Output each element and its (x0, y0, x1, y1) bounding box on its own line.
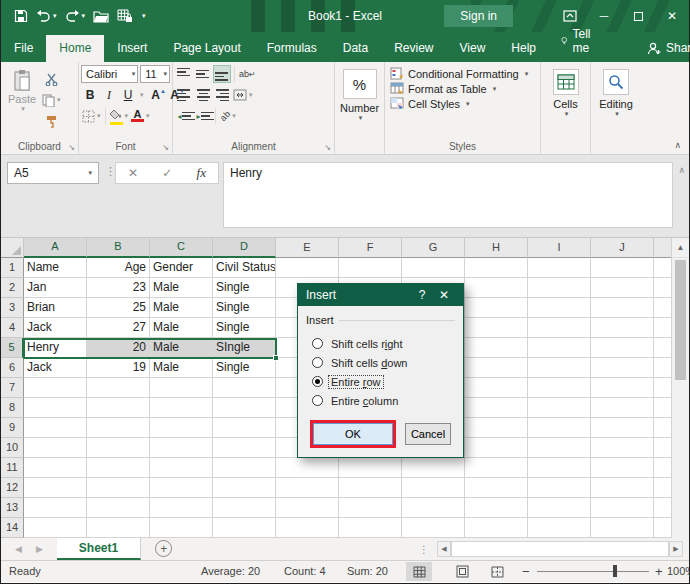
zoom-slider-track[interactable] (537, 571, 649, 572)
radio-shift-cells-down[interactable]: Shift cells down (312, 353, 455, 372)
cell-J6[interactable] (591, 358, 654, 378)
column-header-E[interactable]: E (276, 238, 339, 258)
cell-A13[interactable] (24, 498, 87, 518)
column-header-G[interactable]: G (402, 238, 465, 258)
cell-F12[interactable] (339, 478, 402, 498)
cell-H9[interactable] (465, 418, 528, 438)
cell-C4[interactable]: Male (150, 318, 213, 338)
cell-C13[interactable] (150, 498, 213, 518)
cell-G11[interactable] (402, 458, 465, 478)
cell-A6[interactable]: Jack (24, 358, 87, 378)
cell-A9[interactable] (24, 418, 87, 438)
tab-home[interactable]: Home (46, 35, 104, 62)
cell-D5[interactable]: SIngle (213, 338, 276, 358)
align-left-button[interactable] (175, 86, 193, 104)
cell-B2[interactable]: 23 (87, 278, 150, 298)
cell-B13[interactable] (87, 498, 150, 518)
redo-button[interactable]: ▾ (62, 4, 89, 28)
cell-J1[interactable] (591, 258, 654, 278)
radio-shift-cells-right[interactable]: Shift cells right (312, 334, 455, 353)
tab-share[interactable]: Share (635, 35, 690, 62)
cell-J10[interactable] (591, 438, 654, 458)
cell-J11[interactable] (591, 458, 654, 478)
radio-entire-row[interactable]: Entire row (312, 372, 455, 391)
cancel-entry-icon[interactable]: ✕ (128, 166, 138, 180)
zoom-in-icon[interactable]: + (655, 564, 663, 579)
row-header-13[interactable]: 13 (1, 498, 24, 518)
italic-button[interactable]: I (100, 86, 118, 104)
name-box[interactable]: A5▾ (7, 162, 99, 184)
cells-caret-icon[interactable]: ▾ (565, 110, 569, 118)
cell-B4[interactable]: 27 (87, 318, 150, 338)
cell-C11[interactable] (150, 458, 213, 478)
tab-file[interactable]: File (1, 35, 46, 62)
row-header-14[interactable]: 14 (1, 518, 24, 538)
copy-button[interactable]: ▾ (41, 91, 62, 109)
cell-C10[interactable] (150, 438, 213, 458)
cell-C14[interactable] (150, 518, 213, 538)
cell-C2[interactable]: Male (150, 278, 213, 298)
cell-A3[interactable]: Brian (24, 298, 87, 318)
wrap-text-button[interactable]: ab↵ (238, 65, 257, 83)
column-header-D[interactable]: D (213, 238, 276, 258)
cell-A8[interactable] (24, 398, 87, 418)
cell-D7[interactable] (213, 378, 276, 398)
cell-I9[interactable] (528, 418, 591, 438)
cell-G12[interactable] (402, 478, 465, 498)
cell-D8[interactable] (213, 398, 276, 418)
horizontal-scrollbar[interactable]: ◀ ▶ (437, 541, 683, 557)
conditional-formatting-caret-icon[interactable]: ▾ (525, 70, 529, 78)
cell-J14[interactable] (591, 518, 654, 538)
cell-J5[interactable] (591, 338, 654, 358)
cell-I2[interactable] (528, 278, 591, 298)
scroll-left-icon[interactable]: ◀ (437, 541, 451, 557)
cell-E1[interactable] (276, 258, 339, 278)
cell-C8[interactable] (150, 398, 213, 418)
sheet-prev-icon[interactable]: ◀ (15, 544, 22, 554)
cell-B1[interactable]: Age (87, 258, 150, 278)
format-painter-button[interactable] (41, 112, 62, 130)
name-box-caret-icon[interactable]: ▾ (88, 169, 92, 177)
redo-caret-icon[interactable]: ▾ (82, 12, 86, 20)
font-name-select[interactable]: Calibri▾ (81, 65, 138, 83)
sign-in-button[interactable]: Sign in (444, 5, 513, 27)
cell-A2[interactable]: Jan (24, 278, 87, 298)
cancel-button[interactable]: Cancel (405, 423, 451, 445)
cell-I4[interactable] (528, 318, 591, 338)
borders-caret-icon[interactable]: ▾ (97, 112, 101, 120)
cell-A14[interactable] (24, 518, 87, 538)
cell-I10[interactable] (528, 438, 591, 458)
cell-I13[interactable] (528, 498, 591, 518)
cell-G13[interactable] (402, 498, 465, 518)
cell-B6[interactable]: 19 (87, 358, 150, 378)
row-header-11[interactable]: 11 (1, 458, 24, 478)
copy-caret-icon[interactable]: ▾ (57, 96, 61, 104)
underline-button[interactable]: U (119, 86, 137, 104)
cell-H5[interactable] (465, 338, 528, 358)
cell-G1[interactable] (402, 258, 465, 278)
conditional-formatting-button[interactable]: Conditional Formatting▾ (390, 67, 538, 80)
format-as-table-button[interactable]: Format as Table▾ (390, 82, 538, 95)
cell-J3[interactable] (591, 298, 654, 318)
cell-styles-button[interactable]: Cell Styles▾ (390, 97, 538, 110)
cell-A4[interactable]: Jack (24, 318, 87, 338)
cell-J2[interactable] (591, 278, 654, 298)
row-header-6[interactable]: 6 (1, 358, 24, 378)
cell-I1[interactable] (528, 258, 591, 278)
cell-B10[interactable] (87, 438, 150, 458)
page-layout-view-button[interactable] (449, 562, 475, 581)
font-color-button[interactable]: A ▾ (130, 107, 151, 125)
open-folder-icon[interactable] (90, 4, 112, 28)
cell-H7[interactable] (465, 378, 528, 398)
cell-A5[interactable]: Henry (24, 338, 87, 358)
cell-D2[interactable]: Single (213, 278, 276, 298)
cell-I6[interactable] (528, 358, 591, 378)
cell-C3[interactable]: Male (150, 298, 213, 318)
row-header-1[interactable]: 1 (1, 258, 24, 278)
scroll-up-icon[interactable]: ▲ (672, 238, 689, 258)
cell-H14[interactable] (465, 518, 528, 538)
confirm-entry-icon[interactable]: ✓ (162, 166, 172, 180)
tab-page-layout[interactable]: Page Layout (160, 35, 253, 62)
alignment-dialog-launcher-icon[interactable]: ↘ (324, 143, 331, 152)
sheet-next-icon[interactable]: ▶ (36, 544, 43, 554)
